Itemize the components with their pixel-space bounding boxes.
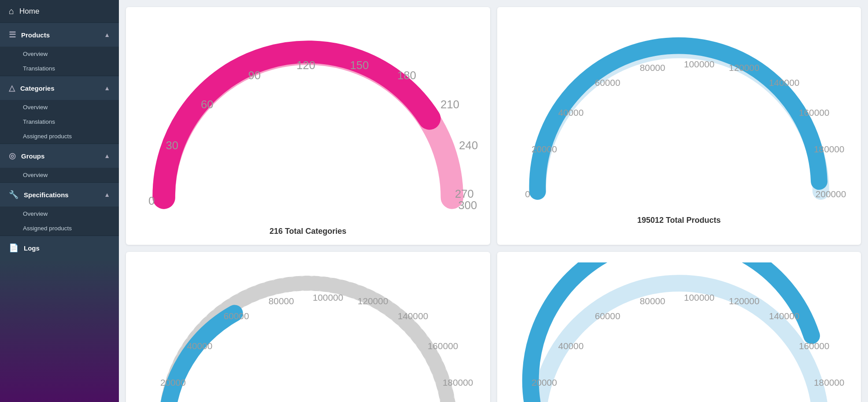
groups-section-header[interactable]: ◎ Groups ▲ (0, 144, 119, 168)
chart-total-products: 0 20000 40000 60000 80000 100000 120000 … (497, 7, 861, 245)
tick-270: 270 (455, 188, 474, 200)
home-icon: ⌂ (9, 6, 14, 16)
tick-140000: 140000 (398, 311, 428, 321)
products-section: ☰ Products ▲ Overview Translations (0, 23, 119, 76)
tick-240: 240 (459, 139, 478, 151)
groups-section: ◎ Groups ▲ Overview (0, 144, 119, 183)
sidebar-item-categories-translations[interactable]: Translations (0, 114, 119, 129)
list-icon: ☰ (9, 30, 16, 40)
chart-shown-products: 0 20000 40000 60000 80000 100000 120000 … (126, 252, 490, 402)
tick-160000: 160000 (428, 341, 458, 351)
logs-icon: 📄 (9, 243, 18, 253)
sidebar-item-categories-overview[interactable]: Overview (0, 100, 119, 114)
tick-300: 300 (458, 199, 477, 211)
gauge-non-shown-products-container: 0 20000 40000 60000 80000 100000 120000 … (504, 262, 854, 402)
tick-80000: 80000 (639, 296, 665, 306)
products-chevron-icon: ▲ (104, 31, 110, 38)
tick-120000: 120000 (358, 296, 388, 306)
gauge-shown-products-container: 0 20000 40000 60000 80000 100000 120000 … (133, 262, 483, 402)
gauge-shown-products-svg: 0 20000 40000 60000 80000 100000 120000 … (133, 262, 483, 402)
products-section-header[interactable]: ☰ Products ▲ (0, 23, 119, 47)
gauge-total-categories-container: 0 30 60 90 120 150 180 210 240 270 300 2… (133, 18, 483, 236)
tick-40000: 40000 (558, 107, 584, 117)
tick-120000: 120000 (729, 296, 759, 306)
sidebar-item-groups-overview[interactable]: Overview (0, 168, 119, 182)
tick-40000: 40000 (558, 341, 584, 351)
sidebar: ⌂ Home ☰ Products ▲ Overview Translation… (0, 0, 119, 402)
tick-20000: 20000 (531, 377, 557, 387)
specifications-section: 🔧 Specifications ▲ Overview Assigned pro… (0, 183, 119, 236)
tick-180000: 180000 (814, 377, 844, 387)
tick-120000: 120000 (729, 62, 759, 72)
sidebar-item-categories-assigned-products[interactable]: Assigned products (0, 129, 119, 144)
groups-chevron-icon: ▲ (104, 152, 110, 159)
home-label: Home (19, 7, 39, 16)
tick-120: 120 (296, 59, 315, 71)
specifications-section-header[interactable]: 🔧 Specifications ▲ (0, 183, 119, 207)
tick-90: 90 (248, 69, 261, 81)
categories-section: △ Categories ▲ Overview Translations Ass… (0, 76, 119, 144)
tick-20000: 20000 (531, 144, 557, 154)
logs-nav-item[interactable]: 📄 Logs (0, 236, 119, 260)
tick-140000: 140000 (768, 311, 799, 321)
tick-0: 0 (525, 189, 530, 199)
categories-label: Categories (20, 85, 55, 92)
tick-140000: 140000 (768, 77, 799, 87)
tick-20000: 20000 (160, 377, 186, 387)
tick-200000: 200000 (815, 189, 846, 199)
sidebar-item-specifications-overview[interactable]: Overview (0, 207, 119, 221)
sidebar-item-products-translations[interactable]: Translations (0, 61, 119, 76)
total-products-label: 195012 Total Products (637, 216, 721, 225)
tick-60000: 60000 (224, 311, 249, 321)
gauge-total-products-svg: 0 20000 40000 60000 80000 100000 120000 … (504, 29, 854, 212)
products-label: Products (21, 31, 50, 39)
sidebar-bottom-decoration (0, 260, 119, 402)
total-categories-label: 216 Total Categories (270, 227, 347, 236)
tick-160000: 160000 (798, 341, 829, 351)
tick-100000: 100000 (683, 292, 714, 302)
tick-0: 0 (148, 195, 155, 207)
tick-60000: 60000 (595, 77, 620, 87)
logs-label: Logs (24, 244, 40, 252)
tick-100000: 100000 (683, 59, 714, 69)
categories-section-header[interactable]: △ Categories ▲ (0, 76, 119, 100)
gauge-non-shown-products-svg: 0 20000 40000 60000 80000 100000 120000 … (504, 262, 854, 402)
tick-100000: 100000 (313, 292, 343, 302)
tick-150: 150 (350, 59, 369, 71)
charts-grid: 0 30 60 90 120 150 180 210 240 270 300 2… (126, 7, 861, 402)
chart-total-categories: 0 30 60 90 120 150 180 210 240 270 300 2… (126, 7, 490, 245)
main-content: 0 30 60 90 120 150 180 210 240 270 300 2… (119, 0, 868, 402)
tick-180000: 180000 (443, 377, 473, 387)
tick-160000: 160000 (798, 107, 829, 117)
tick-180000: 180000 (814, 144, 844, 154)
tick-30: 30 (166, 139, 179, 151)
specifications-icon: 🔧 (9, 190, 18, 199)
gauge-total-categories-svg: 0 30 60 90 120 150 180 210 240 270 300 (133, 18, 483, 223)
sidebar-item-specifications-assigned-products[interactable]: Assigned products (0, 221, 119, 236)
tick-60: 60 (201, 98, 214, 111)
gauge-total-products-container: 0 20000 40000 60000 80000 100000 120000 … (504, 29, 854, 225)
tick-80000: 80000 (269, 296, 294, 306)
tick-60000: 60000 (595, 311, 620, 321)
tick-210: 210 (440, 98, 459, 111)
chart-non-shown-products: 0 20000 40000 60000 80000 100000 120000 … (497, 252, 861, 402)
categories-icon: △ (9, 83, 15, 93)
specifications-chevron-icon: ▲ (104, 191, 110, 198)
categories-chevron-icon: ▲ (104, 85, 110, 92)
groups-label: Groups (21, 152, 44, 160)
home-nav-item[interactable]: ⌂ Home (0, 0, 119, 23)
groups-icon: ◎ (9, 151, 16, 161)
sidebar-item-products-overview[interactable]: Overview (0, 47, 119, 61)
tick-40000: 40000 (187, 341, 212, 351)
tick-180: 180 (397, 69, 416, 81)
tick-80000: 80000 (639, 62, 665, 72)
specifications-label: Specifications (24, 191, 69, 199)
